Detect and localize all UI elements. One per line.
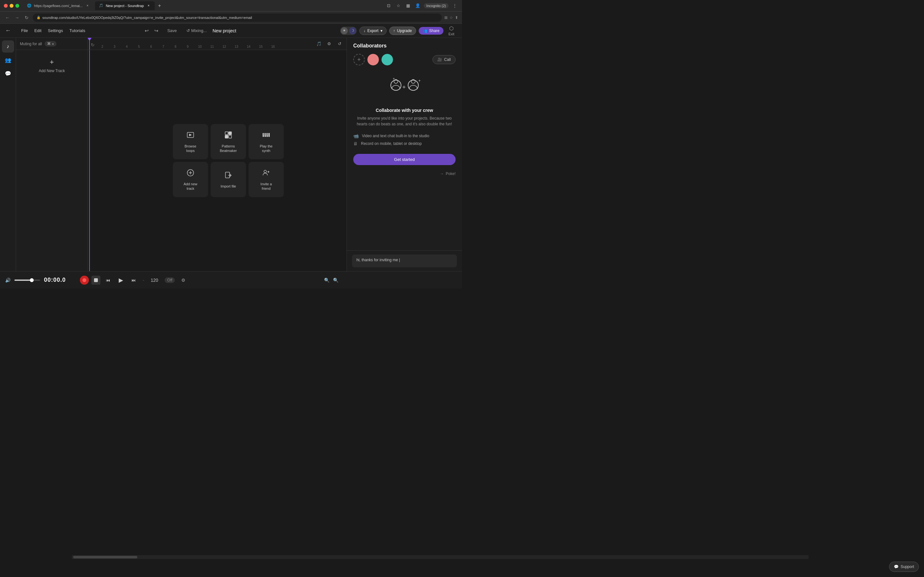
loop-button[interactable]: ↻: [89, 41, 96, 48]
collab-illustration: + + +: [347, 68, 462, 108]
export-down-icon: ↓: [363, 29, 365, 33]
bookmark-icon[interactable]: ☆: [395, 2, 402, 9]
add-track-area[interactable]: + Add New Track: [16, 50, 87, 81]
browse-loops-icon: [186, 131, 195, 141]
fast-forward-button[interactable]: ⏭: [129, 275, 139, 285]
svg-point-16: [264, 170, 267, 173]
back-button[interactable]: ←: [4, 14, 11, 21]
user-avatar-pink[interactable]: [367, 54, 379, 65]
redo-button[interactable]: ↪: [152, 26, 161, 35]
volume-fill: [15, 279, 31, 281]
tab-close-pageflows[interactable]: ×: [86, 3, 90, 8]
card-add-new-track[interactable]: Add newtrack: [173, 162, 208, 197]
export-label: Export: [367, 29, 379, 33]
new-tab-button[interactable]: +: [156, 2, 163, 9]
track-timeline-content[interactable]: Browseloops PatternsBeatmaker: [88, 50, 347, 271]
mixing-button[interactable]: ↺ Mixing...: [183, 27, 210, 34]
track-content-area: + Add New Track Browselo: [16, 50, 347, 271]
project-title[interactable]: New project: [213, 28, 236, 33]
browser-tab-soundtrap[interactable]: 🎵 New project - Soundtrap ×: [95, 1, 155, 10]
timeline-undo-button[interactable]: ↺: [335, 39, 344, 48]
zoom-in-button[interactable]: 🔍: [332, 276, 339, 284]
undo-button[interactable]: ↩: [142, 26, 151, 35]
close-traffic-light[interactable]: [4, 4, 8, 8]
star-icon[interactable]: ☆: [449, 15, 453, 20]
browser-chrome: 🌐 https://pageflows.com/_/emai... × 🎵 Ne…: [0, 0, 462, 11]
get-started-button[interactable]: Get started: [353, 154, 456, 165]
transport-settings-button[interactable]: ⚙: [179, 276, 188, 285]
transport-bar: 🔊 00:00.0 ⏮ ▶ ⏭ - 120 Off ⚙ 🔍 🔍: [0, 271, 462, 288]
exit-button[interactable]: ⬡ Exit: [446, 25, 457, 36]
video-icon: 🎥: [437, 57, 442, 62]
play-synth-label: Play thesynth: [260, 144, 273, 153]
screen-capture-icon[interactable]: ⊠: [444, 15, 447, 20]
card-import-file[interactable]: Import file: [211, 162, 246, 197]
profile-icon[interactable]: 👤: [414, 2, 421, 9]
volume-slider[interactable]: [15, 279, 40, 281]
app-logo[interactable]: ←: [5, 27, 11, 34]
theme-toggle[interactable]: ☀ ☽: [340, 27, 357, 35]
chat-input[interactable]: hi, thanks for inviting me |: [352, 255, 457, 268]
forward-button[interactable]: →: [13, 14, 21, 21]
invite-friend-label: Invite afriend: [260, 182, 272, 191]
mixing-label: Mixing...: [191, 28, 207, 33]
sidebar-chat-icon[interactable]: 💬: [2, 67, 14, 79]
browser-tab-pageflows[interactable]: 🌐 https://pageflows.com/_/emai... ×: [23, 1, 94, 10]
transport-separator: -: [143, 277, 144, 282]
stop-button[interactable]: [91, 276, 100, 285]
mixing-refresh-icon: ↺: [186, 28, 190, 33]
card-play-synth[interactable]: Play thesynth: [249, 124, 284, 159]
user-avatar-teal[interactable]: [381, 54, 393, 65]
back-arrow-icon: ←: [5, 27, 11, 34]
menu-edit[interactable]: Edit: [32, 27, 44, 34]
svg-rect-8: [264, 133, 265, 135]
sidebar-music-icon[interactable]: ♪: [2, 40, 14, 53]
add-collaborator-button[interactable]: +: [353, 54, 365, 65]
playhead-line: [89, 50, 90, 271]
save-button[interactable]: Save: [163, 27, 181, 34]
address-bar[interactable]: 🔒 soundtrap.com/studio/UYeLebx0Q6OOpedq3…: [33, 13, 442, 22]
mute-x-icon: ×: [52, 42, 54, 46]
volume-icon[interactable]: 🔊: [5, 277, 11, 283]
play-button[interactable]: ▶: [116, 275, 126, 285]
record-button[interactable]: [80, 276, 89, 285]
maximize-traffic-light[interactable]: [15, 4, 19, 8]
minimize-traffic-light[interactable]: [10, 4, 13, 8]
incognito-badge[interactable]: Incognito (2): [424, 3, 449, 8]
sidebar-icon[interactable]: ▦: [405, 2, 412, 9]
menu-tutorials[interactable]: Tutorials: [67, 27, 87, 34]
off-badge[interactable]: Off: [165, 277, 175, 283]
card-browse-loops[interactable]: Browseloops: [173, 124, 208, 159]
muting-label: Muting for all: [20, 42, 42, 46]
card-invite-friend[interactable]: Invite afriend: [249, 162, 284, 197]
zoom-out-button[interactable]: 🔍: [323, 276, 330, 284]
call-button[interactable]: 🎥 Call: [433, 55, 456, 64]
cast-icon[interactable]: ⊡: [385, 2, 393, 9]
card-patterns-beatmaker[interactable]: PatternsBeatmaker: [211, 124, 246, 159]
refresh-button[interactable]: ↻: [23, 14, 30, 21]
add-track-label: Add New Track: [39, 69, 65, 73]
volume-knob: [30, 278, 34, 282]
cards-container: Browseloops PatternsBeatmaker: [173, 124, 284, 197]
dark-theme-icon: ☽: [349, 27, 356, 34]
metronome-button[interactable]: 🎵: [314, 39, 323, 48]
upgrade-button[interactable]: ↑ Upgrade: [389, 27, 416, 35]
tab-close-soundtrap[interactable]: ×: [146, 3, 151, 8]
export-chevron-icon: ▾: [381, 29, 383, 33]
timeline-settings-button[interactable]: ⚙: [325, 39, 334, 48]
sidebar-collab-icon[interactable]: 👥: [2, 54, 14, 66]
share-page-icon[interactable]: ⬆: [455, 15, 458, 20]
upgrade-label: Upgrade: [397, 29, 412, 33]
mute-badge[interactable]: ⌘ ×: [45, 41, 57, 47]
menu-settings[interactable]: Settings: [45, 27, 65, 34]
menu-file[interactable]: File: [19, 27, 31, 34]
zoom-controls: 🔍 🔍: [323, 276, 339, 284]
more-options-icon[interactable]: ⋮: [451, 2, 458, 9]
timeline-ruler: ↻ 2 3 4 5 6 7 8 9 10 11 12 13 14 15 16: [88, 38, 314, 50]
rewind-button[interactable]: ⏮: [103, 275, 113, 285]
svg-text:+: +: [402, 84, 406, 90]
ruler-mark-14: 14: [242, 45, 255, 48]
poke-area[interactable]: → Poke!: [347, 170, 462, 179]
export-button[interactable]: ↓ Export ▾: [359, 27, 387, 35]
share-button[interactable]: 👥 Share: [419, 27, 443, 35]
